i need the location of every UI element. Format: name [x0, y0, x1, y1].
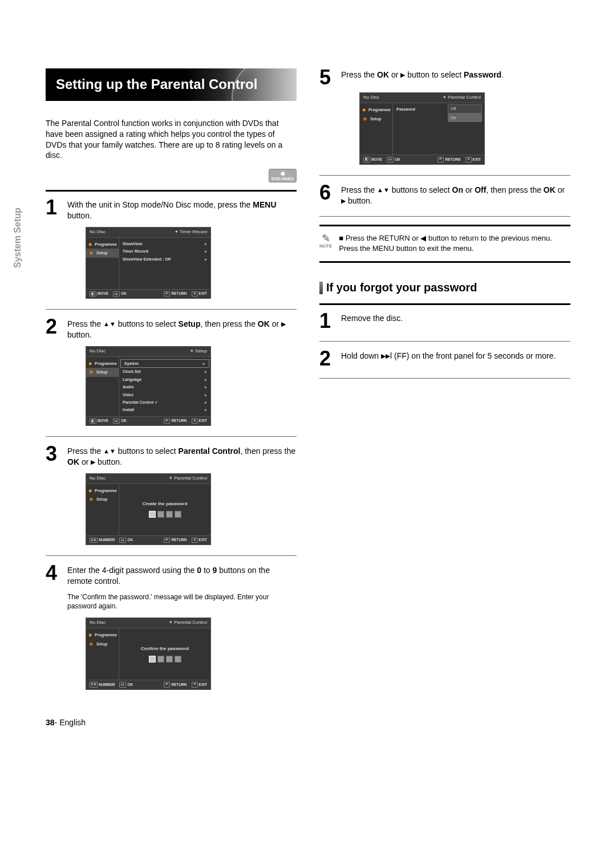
step-number: 2 — [46, 318, 62, 340]
osd-screenshot-2: No Disc✦ Setup ⏺Programme ✿Setup System▸… — [86, 346, 211, 426]
step-3: 3 Press the ▲▼ buttons to select Parenta… — [46, 445, 297, 468]
step-number: 5 — [319, 68, 335, 87]
osd-screenshot-5: No Disc✦ Parental Control ⏺Programme ✿Se… — [359, 92, 485, 164]
intro-text: The Parental Control function works in c… — [46, 118, 297, 161]
forgot-step-2: 2 Hold down ▶▶l (FF) on the front panel … — [319, 350, 570, 368]
page-footer: 38- English — [46, 717, 570, 728]
step-number: 4 — [46, 564, 62, 587]
divider — [319, 216, 570, 217]
step-number: 1 — [46, 198, 62, 221]
step-number: 6 — [319, 184, 335, 206]
osd-screenshot-4: No Disc✦ Parental Control ⏺Programme ✿Se… — [86, 618, 211, 689]
left-column: Setting up the Parental Control The Pare… — [46, 68, 297, 694]
step-number: 2 — [319, 350, 335, 368]
step-4: 4 Enter the 4-digit password using the 0… — [46, 564, 297, 587]
divider — [46, 555, 297, 556]
osd-screenshot-3: No Disc✦ Parental Control ⏺Programme ✿Se… — [86, 473, 211, 545]
subheading: If you forgot your password — [319, 280, 570, 295]
step-text: Press the ▲▼ buttons to select On or Off… — [341, 184, 570, 206]
divider — [319, 261, 570, 263]
divider — [319, 341, 570, 342]
side-tab: System Setup — [11, 208, 24, 268]
step-subnote: The 'Confirm the password.' message will… — [67, 592, 297, 611]
step-number: 3 — [46, 445, 62, 468]
divider — [46, 190, 297, 192]
divider — [319, 225, 570, 226]
step-number: 1 — [319, 312, 335, 330]
step-text: Press the ▲▼ buttons to select Parental … — [67, 445, 297, 468]
step-1: 1 With the unit in Stop mode/No Disc mod… — [46, 198, 297, 221]
step-text: With the unit in Stop mode/No Disc mode,… — [67, 198, 297, 221]
step-6: 6 Press the ▲▼ buttons to select On or O… — [319, 184, 570, 206]
note-block: ✎ NOTE ■ Press the RETURN or ◀ button to… — [319, 233, 570, 253]
osd-main: ShowView▸ Timer Record▸ ShowView Extende… — [119, 238, 210, 289]
step-text: Press the OK or ▶ button to select Passw… — [341, 68, 504, 87]
divider — [319, 378, 570, 379]
step-text: Remove the disc. — [341, 312, 403, 330]
note-icon: ✎ NOTE — [319, 233, 332, 250]
divider — [46, 436, 297, 437]
step-text: Hold down ▶▶l (FF) on the front panel fo… — [341, 350, 556, 368]
step-5: 5 Press the OK or ▶ button to select Pas… — [319, 68, 570, 87]
divider — [319, 303, 570, 305]
page-title: Setting up the Parental Control — [46, 68, 297, 101]
step-text: Enter the 4-digit password using the 0 t… — [67, 564, 297, 587]
forgot-step-1: 1 Remove the disc. — [319, 312, 570, 330]
divider — [319, 175, 570, 176]
step-2: 2 Press the ▲▼ buttons to select Setup, … — [46, 318, 297, 340]
note-text: ■ Press the RETURN or ◀ button to return… — [339, 233, 570, 253]
right-column: 5 Press the OK or ▶ button to select Pas… — [319, 68, 570, 694]
osd-screenshot-1: No Disc✦ Timer Record ⏺Programme ✿Setup … — [86, 227, 211, 299]
dvd-video-badge: ◉DVD-VIDEO — [269, 169, 297, 182]
step-text: Press the ▲▼ buttons to select Setup, th… — [67, 318, 297, 340]
divider — [46, 309, 297, 310]
